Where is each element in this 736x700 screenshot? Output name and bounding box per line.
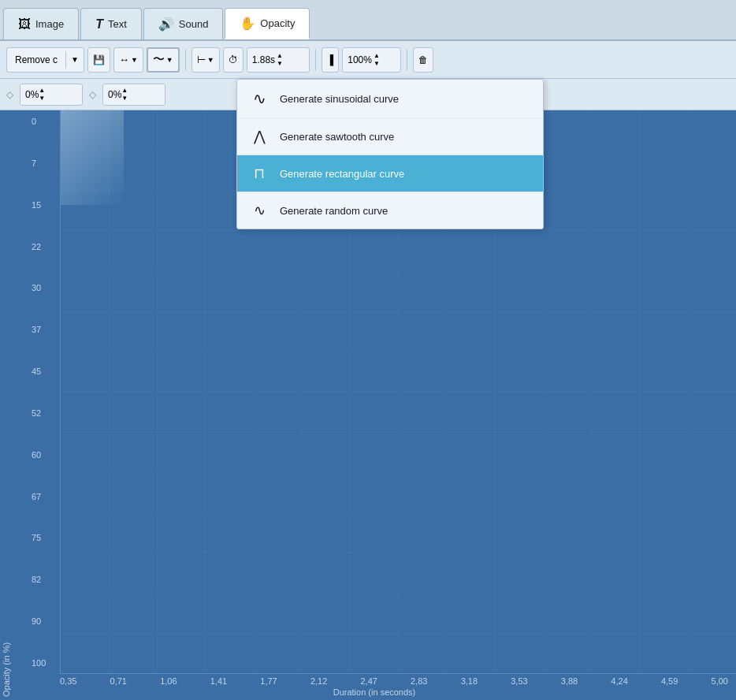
- menu-item-sinusoidal[interactable]: ∿ Generate sinusoidal curve: [237, 80, 543, 118]
- y-ticks: 100908275676052453730221570: [13, 110, 60, 674]
- start-down[interactable]: ▼: [39, 95, 45, 102]
- y-tick: 0: [32, 117, 57, 126]
- random-icon: ∿: [250, 202, 269, 219]
- separator-2: [315, 49, 316, 71]
- remove-dropdown-arrow[interactable]: ▼: [66, 52, 84, 67]
- curve-dropdown-arrow: ▼: [166, 56, 173, 64]
- x-tick: 4,59: [661, 676, 678, 686]
- text-icon: T: [95, 17, 103, 32]
- menu-item-rectangular[interactable]: ⊓ Generate rectangular curve: [237, 155, 543, 192]
- x-tick: 2,12: [310, 676, 327, 686]
- sinusoidal-icon: ∿: [250, 89, 269, 108]
- keyframe-left-icon: ⊢: [197, 54, 206, 65]
- x-tick: 2,83: [411, 676, 427, 686]
- x-tick: 5,00: [712, 676, 728, 686]
- y-axis-label: Opacity (in %): [0, 110, 13, 700]
- rectangular-label: Generate rectangular curve: [280, 168, 404, 180]
- sawtooth-label: Generate sawtooth curve: [280, 131, 394, 143]
- curve-dropdown-menu: ∿ Generate sinusoidal curve ⋀ Generate s…: [236, 79, 544, 229]
- x-tick: 3,18: [461, 676, 478, 686]
- percent-input[interactable]: 100% ▲ ▼: [342, 47, 401, 73]
- start-diamond-icon: ◇: [6, 89, 13, 100]
- delete-icon: 🗑: [418, 54, 428, 65]
- resize-icon: ↔: [119, 54, 129, 65]
- end-value: 0%: [108, 89, 121, 100]
- x-ticks: 0,350,711,061,411,772,122,472,833,183,53…: [60, 674, 736, 686]
- menu-item-sawtooth[interactable]: ⋀ Generate sawtooth curve: [237, 118, 543, 155]
- clock-icon: ⏱: [229, 54, 238, 65]
- start-spinner[interactable]: ▲ ▼: [39, 87, 45, 102]
- bar-button[interactable]: ▐: [322, 47, 340, 73]
- y-tick: 90: [32, 616, 57, 626]
- tab-text-label: Text: [108, 18, 127, 30]
- x-tick: 1,77: [260, 676, 277, 686]
- clock-button[interactable]: ⏱: [223, 47, 243, 73]
- x-tick: 4,24: [611, 676, 627, 686]
- separator-1: [185, 49, 186, 71]
- time-spinner[interactable]: ▲ ▼: [277, 52, 283, 67]
- percent-spinner[interactable]: ▲ ▼: [374, 52, 380, 67]
- time-down[interactable]: ▼: [277, 60, 283, 68]
- bar-icon: ▐: [327, 54, 334, 65]
- toolbar: Remove c ▼ 💾 ↔ ▼ 〜 ▼ ⊢ ▼ ⏱ 1.88s: [0, 41, 736, 79]
- curve-type-button[interactable]: 〜 ▼: [147, 47, 180, 73]
- image-icon: 🖼: [18, 17, 31, 32]
- remove-label[interactable]: Remove c: [7, 51, 66, 69]
- time-input[interactable]: 1.88s ▲ ▼: [247, 47, 310, 73]
- curve-icon: 〜: [153, 52, 165, 67]
- y-tick: 75: [32, 533, 57, 542]
- y-tick: 67: [32, 492, 57, 501]
- tab-image[interactable]: 🖼 Image: [3, 8, 79, 39]
- separator-3: [407, 49, 407, 71]
- y-tick: 52: [32, 408, 57, 418]
- x-tick: 0,71: [110, 676, 127, 686]
- opacity-icon: ✋: [240, 16, 255, 31]
- end-diamond-icon: ◇: [89, 89, 96, 100]
- y-tick: 22: [32, 242, 57, 251]
- rectangular-icon: ⊓: [250, 165, 269, 182]
- x-tick: 2,47: [360, 676, 377, 686]
- end-keyframe-input[interactable]: 0% ▲ ▼: [102, 84, 165, 106]
- x-tick: 1,06: [160, 676, 177, 686]
- start-up[interactable]: ▲: [39, 87, 45, 95]
- y-tick: 15: [32, 200, 57, 210]
- start-value: 0%: [25, 89, 39, 100]
- menu-item-random[interactable]: ∿ Generate random curve: [237, 192, 543, 229]
- percent-up[interactable]: ▲: [374, 52, 380, 60]
- y-tick: 100: [32, 658, 57, 668]
- sawtooth-icon: ⋀: [250, 128, 269, 145]
- end-down[interactable]: ▼: [121, 95, 128, 102]
- tab-sound[interactable]: 🔊 Sound: [143, 8, 224, 39]
- tab-image-label: Image: [35, 18, 64, 30]
- percent-value: 100%: [348, 54, 372, 65]
- tab-sound-label: Sound: [179, 18, 209, 30]
- sound-icon: 🔊: [158, 17, 174, 32]
- resize-button[interactable]: ↔ ▼: [113, 47, 143, 73]
- y-tick: 45: [32, 367, 57, 376]
- percent-down[interactable]: ▼: [374, 60, 380, 68]
- kf-left-arrow: ▼: [207, 56, 214, 64]
- y-tick: 37: [32, 325, 57, 334]
- end-up[interactable]: ▲: [121, 87, 128, 95]
- x-axis-label: Duration (in seconds): [13, 686, 736, 700]
- tab-bar: 🖼 Image T Text 🔊 Sound ✋ Opacity: [0, 0, 736, 41]
- time-value: 1.88s: [252, 54, 275, 65]
- x-tick: 0,35: [60, 676, 76, 686]
- start-keyframe-input[interactable]: 0% ▲ ▼: [20, 84, 83, 106]
- time-up[interactable]: ▲: [277, 52, 283, 60]
- y-tick: 7: [32, 158, 57, 168]
- tab-opacity[interactable]: ✋ Opacity: [225, 8, 310, 39]
- end-spinner[interactable]: ▲ ▼: [121, 87, 128, 102]
- keyframe-left-button[interactable]: ⊢ ▼: [191, 47, 220, 73]
- resize-arrow: ▼: [131, 56, 138, 64]
- x-tick: 3,53: [511, 676, 527, 686]
- y-tick: 82: [32, 575, 57, 584]
- delete-button[interactable]: 🗑: [413, 47, 433, 73]
- save-button[interactable]: 💾: [87, 47, 110, 73]
- tab-text[interactable]: T Text: [80, 8, 142, 39]
- x-tick: 3,88: [561, 676, 578, 686]
- remove-dropdown[interactable]: Remove c ▼: [6, 47, 84, 73]
- sinusoidal-label: Generate sinusoidal curve: [280, 93, 399, 105]
- save-icon: 💾: [93, 54, 105, 65]
- random-label: Generate random curve: [280, 205, 388, 217]
